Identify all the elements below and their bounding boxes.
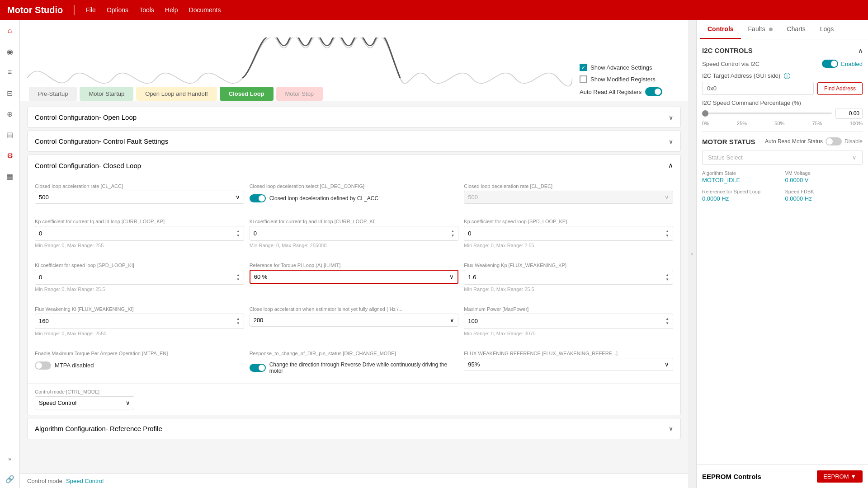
flux-kp-spinbtns: ▲ ▼ <box>665 273 669 282</box>
tab-controls[interactable]: Controls <box>700 20 741 39</box>
i2c-address-input[interactable] <box>702 82 814 95</box>
ki-spd-spindown-btn[interactable]: ▼ <box>236 277 240 282</box>
i2c-address-row: Find Address <box>702 82 863 95</box>
tab-faults[interactable]: Faults <box>741 20 780 39</box>
fault-section-header[interactable]: Control Configuration- Control Fault Set… <box>27 131 681 152</box>
flux-ref-chevron-icon: ∨ <box>665 361 669 368</box>
i2c-collapse-icon[interactable]: ∧ <box>858 47 863 54</box>
algorithm-section-header[interactable]: Algorithm Configuration- Reference Profi… <box>27 418 681 439</box>
panel-collapse-btn[interactable]: › <box>688 20 696 488</box>
ki-iq-spindown-btn[interactable]: ▼ <box>451 234 454 238</box>
status-bar-label: Control mode <box>27 478 62 484</box>
menu-tools[interactable]: Tools <box>139 6 154 14</box>
sidebar-icon-grid[interactable]: ▦ <box>4 170 16 183</box>
cl-dec-rate-select[interactable]: 500 ∨ <box>464 191 673 204</box>
closedloop-section-title: Control Configuration- Closed Loop <box>35 162 141 169</box>
ilimit-label: Reference for Torque Pi Loop (A) [ILIMIT… <box>250 263 459 268</box>
stage-motorstop-btn[interactable]: Motor Stop <box>276 87 323 101</box>
slider-thumb[interactable] <box>702 110 708 117</box>
cl-acc-select[interactable]: 500 ∨ <box>35 191 244 204</box>
menu-file[interactable]: File <box>85 6 96 14</box>
auto-read-toggle[interactable] <box>645 87 662 96</box>
cl-dec-select-text: Closed loop deceleration defined by CL_A… <box>269 195 378 202</box>
cl-dec-select-toggle-row: Closed loop deceleration defined by CL_A… <box>250 191 459 204</box>
closedloop-chevron-icon: ∧ <box>668 161 673 169</box>
ki-spd-spinup-btn[interactable]: ▲ <box>236 273 240 277</box>
slider-track[interactable] <box>702 113 832 114</box>
sidebar-icon-sliders[interactable]: ⊟ <box>4 87 16 99</box>
kp-spd-spindown-btn[interactable]: ▼ <box>665 234 669 238</box>
sidebar-expand[interactable]: » <box>8 456 11 462</box>
kp-iq-spindown-btn[interactable]: ▼ <box>236 234 240 238</box>
speed-control-status: Enabled <box>841 61 863 67</box>
dir-text: Change the direction through Reverse Dri… <box>269 361 459 374</box>
mtpa-toggle[interactable] <box>35 361 51 370</box>
auto-read-motor-toggle[interactable] <box>826 137 842 145</box>
stage-openloop-btn[interactable]: Open Loop and Handoff <box>136 87 217 101</box>
sidebar-icon-layers[interactable]: ≡ <box>4 66 16 79</box>
kp-iq-spinup-btn[interactable]: ▲ <box>236 229 240 234</box>
flux-ref-select[interactable]: 95% ∨ <box>464 358 673 371</box>
kp-spd-spinup-btn[interactable]: ▲ <box>665 229 669 234</box>
stage-prestartup-btn[interactable]: Pre-Startup <box>29 87 77 101</box>
faults-badge <box>769 28 773 31</box>
speed-control-toggle[interactable] <box>822 60 838 68</box>
closedloop-section-header[interactable]: Control Configuration- Closed Loop ∧ <box>28 155 680 176</box>
topnav: Motor Studio File Options Tools Help Doc… <box>0 0 868 20</box>
i2c-address-label: I2C Target Address (GUI side) <box>702 72 780 79</box>
menu-options[interactable]: Options <box>107 6 128 14</box>
show-advance-checkbox[interactable]: ✓ <box>580 64 587 71</box>
menu-documents[interactable]: Documents <box>189 6 221 14</box>
flux-ref-value: 95% <box>468 361 480 368</box>
close-acc-est-select[interactable]: 200 ∨ <box>250 314 459 327</box>
stage-closedloop-btn[interactable]: Closed Loop <box>220 87 274 101</box>
cl-dec-select-toggle[interactable] <box>250 194 266 202</box>
flux-kp-spindown-btn[interactable]: ▼ <box>665 277 669 282</box>
sidebar-icon-home[interactable]: ⌂ <box>4 24 16 37</box>
max-power-label: Maximum Power [MaxPower] <box>464 306 673 312</box>
kp-iq-value: 0 <box>39 230 42 237</box>
tab-charts[interactable]: Charts <box>780 20 813 39</box>
cl-dec-rate-item: Closed loop deceleration rate [CL_DEC] 5… <box>464 183 673 204</box>
algorithm-state-label: Algorithm State <box>702 170 780 176</box>
find-address-btn[interactable]: Find Address <box>817 82 863 95</box>
sidebar-link[interactable]: 🔗 <box>5 475 14 483</box>
max-power-spinup-btn[interactable]: ▲ <box>665 317 669 321</box>
divider1 <box>702 131 863 132</box>
ki-spd-value: 0 <box>39 274 42 281</box>
flux-kp-spinup-btn[interactable]: ▲ <box>665 273 669 277</box>
max-power-spindown-btn[interactable]: ▼ <box>665 321 669 326</box>
sidebar-icon-settings[interactable]: ⚙ <box>4 149 16 162</box>
closedloop-grid-row5: Enable Maximum Torque Per Ampere Operati… <box>28 343 680 383</box>
openloop-section-header[interactable]: Control Configuration- Open Loop ∨ <box>27 107 681 128</box>
eeprom-btn[interactable]: EEPROM ▼ <box>817 470 863 483</box>
ilimit-select[interactable]: 60 % ∨ <box>250 270 459 284</box>
flux-ki-spindown-btn[interactable]: ▼ <box>236 321 240 326</box>
show-modified-label: Show Modified Registers <box>590 76 656 83</box>
status-select[interactable]: Status Select ∨ <box>702 150 863 165</box>
speed-fdbk-label: Speed FDBK <box>785 189 863 194</box>
sidebar-icon-target[interactable]: ⊕ <box>4 108 16 120</box>
status-select-chevron-icon: ∨ <box>852 154 857 161</box>
speed-fdbk-item: Speed FDBK 0.0000 Hz <box>785 189 863 202</box>
closedloop-section: Control Configuration- Closed Loop ∧ Clo… <box>27 155 681 415</box>
slider-value-input[interactable] <box>835 108 863 119</box>
auto-read-motor-status: Disable <box>844 138 863 145</box>
kp-spd-value: 0 <box>468 230 471 237</box>
ki-iq-spinup-btn[interactable]: ▲ <box>451 229 454 234</box>
stage-motorstartup-btn[interactable]: Motor Startup <box>80 87 133 101</box>
menu-help[interactable]: Help <box>165 6 178 14</box>
vm-voltage-label: VM Voltage <box>785 170 863 176</box>
sidebar-icon-chart[interactable]: ▤ <box>4 128 16 141</box>
dir-toggle[interactable] <box>250 364 266 372</box>
closedloop-grid-row2: Kp coefficient for current Iq and Id loo… <box>28 211 680 255</box>
sidebar-icon-globe[interactable]: ◉ <box>4 45 16 58</box>
tab-logs[interactable]: Logs <box>813 20 841 39</box>
sidebar: ⌂ ◉ ≡ ⊟ ⊕ ▤ ⚙ ▦ » 🔗 <box>0 20 20 488</box>
dir-toggle-row: Change the direction through Reverse Dri… <box>250 358 459 376</box>
ctrl-mode-select[interactable]: Speed Control ∨ <box>35 396 134 409</box>
flux-ki-spinup-btn[interactable]: ▲ <box>236 317 240 321</box>
show-modified-checkbox[interactable] <box>580 75 587 83</box>
i2c-info-icon[interactable]: i <box>784 73 790 79</box>
panel-content: I2C CONTROLS ∧ Speed Control via I2C Ena… <box>697 39 868 465</box>
